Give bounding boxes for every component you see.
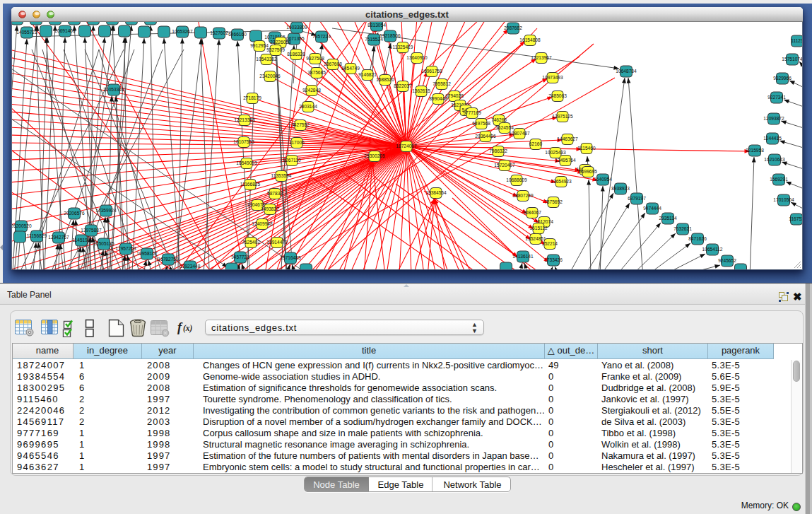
svg-text:2803144: 2803144 — [299, 104, 317, 109]
svg-text:12975125: 12975125 — [552, 114, 573, 119]
svg-text:1493822: 1493822 — [261, 206, 279, 211]
svg-text:1569291: 1569291 — [770, 177, 788, 182]
svg-text:10654112: 10654112 — [702, 247, 723, 252]
svg-text:11156829: 11156829 — [27, 233, 47, 238]
svg-text:9115460: 9115460 — [577, 146, 596, 151]
svg-text:16782759: 16782759 — [158, 257, 179, 262]
svg-text:11325419: 11325419 — [393, 45, 413, 49]
svg-text:252214: 252214 — [542, 241, 558, 246]
svg-text:14136141: 14136141 — [512, 254, 534, 259]
svg-text:117006: 117006 — [289, 140, 305, 145]
svg-text:19384554: 19384554 — [425, 190, 447, 195]
svg-text:9327508: 9327508 — [306, 56, 324, 61]
svg-text:9427552: 9427552 — [291, 122, 310, 127]
svg-text:1362615: 1362615 — [412, 88, 430, 93]
svg-text:6379197: 6379197 — [628, 196, 646, 201]
svg-text:2087682: 2087682 — [504, 25, 522, 30]
svg-text:1527602: 1527602 — [210, 30, 228, 35]
svg-text:8186328: 8186328 — [287, 52, 305, 57]
svg-text:1588520: 1588520 — [376, 77, 394, 82]
svg-text:3875685: 3875685 — [307, 70, 326, 75]
svg-text:10653267: 10653267 — [172, 29, 193, 34]
svg-text:9777169: 9777169 — [463, 110, 481, 115]
svg-text:9146821: 9146821 — [358, 72, 377, 77]
svg-text:10648784: 10648784 — [616, 69, 637, 74]
svg-text:(x): (x) — [183, 324, 193, 333]
svg-text:16154808: 16154808 — [519, 37, 541, 42]
svg-text:7485063: 7485063 — [548, 93, 567, 98]
svg-text:20691406: 20691406 — [54, 28, 76, 33]
svg-text:14463627: 14463627 — [557, 136, 578, 141]
svg-text:10025433: 10025433 — [545, 150, 566, 155]
svg-text:62160: 62160 — [529, 141, 543, 146]
svg-text:23420046: 23420046 — [259, 74, 281, 78]
svg-text:11923448: 11923448 — [180, 264, 201, 269]
svg-text:746266: 746266 — [491, 117, 507, 122]
svg-text:8322037: 8322037 — [394, 83, 412, 88]
svg-text:8215958: 8215958 — [746, 148, 764, 153]
svg-text:1615112: 1615112 — [529, 226, 548, 230]
svg-text:12409948: 12409948 — [252, 221, 273, 226]
svg-text:12213383: 12213383 — [234, 117, 255, 122]
svg-text:10107553: 10107553 — [233, 139, 254, 144]
svg-text:8813054: 8813054 — [367, 23, 386, 28]
svg-text:18724007: 18724007 — [396, 144, 417, 148]
svg-text:587832: 587832 — [267, 191, 283, 196]
svg-text:20206576: 20206576 — [64, 211, 85, 216]
svg-text:16961758: 16961758 — [421, 69, 442, 74]
svg-text:6497568: 6497568 — [472, 121, 490, 126]
svg-text:8471626: 8471626 — [688, 236, 707, 241]
svg-text:1733426: 1733426 — [544, 257, 563, 262]
svg-text:3624554: 3624554 — [495, 125, 514, 130]
svg-text:9457721: 9457721 — [231, 255, 249, 259]
svg-text:9474444: 9474444 — [643, 206, 661, 211]
svg-text:1640954: 1640954 — [594, 177, 612, 182]
svg-text:12213967: 12213967 — [531, 55, 552, 60]
svg-text:20053346: 20053346 — [103, 87, 124, 92]
svg-text:10543382: 10543382 — [256, 57, 277, 62]
svg-text:23226058: 23226058 — [270, 40, 291, 45]
svg-text:7357224: 7357224 — [312, 34, 331, 39]
svg-text:9242848: 9242848 — [302, 88, 321, 93]
svg-text:8267110: 8267110 — [283, 158, 301, 163]
svg-text:10688609: 10688609 — [506, 177, 527, 182]
svg-text:9327509: 9327509 — [266, 47, 285, 52]
svg-text:7986322: 7986322 — [489, 148, 507, 153]
svg-text:10807487: 10807487 — [509, 131, 530, 136]
svg-text:10973493: 10973493 — [542, 75, 563, 80]
svg-text:6794028: 6794028 — [445, 93, 464, 98]
svg-text:18807249: 18807249 — [512, 193, 534, 198]
svg-text:1244415: 1244415 — [763, 136, 782, 141]
svg-text:16033809: 16033809 — [286, 25, 307, 30]
svg-text:9245652: 9245652 — [718, 258, 736, 263]
svg-text:11123: 11123 — [791, 38, 802, 43]
svg-text:20364436: 20364436 — [475, 134, 496, 139]
svg-text:7632621: 7632621 — [673, 226, 692, 231]
svg-text:116753: 116753 — [789, 216, 802, 221]
svg-text:2935114: 2935114 — [659, 216, 677, 221]
svg-text:13524851: 13524851 — [525, 236, 546, 241]
svg-text:19218506: 19218506 — [379, 33, 401, 38]
svg-text:12942757: 12942757 — [48, 235, 69, 240]
svg-text:11353594: 11353594 — [271, 173, 292, 178]
svg-text:14055721: 14055721 — [16, 30, 37, 35]
svg-text:7875692: 7875692 — [544, 199, 563, 204]
svg-text:16210643: 16210643 — [764, 157, 785, 162]
svg-text:16914479: 16914479 — [266, 240, 288, 245]
svg-text:11166825: 11166825 — [240, 182, 261, 187]
svg-text:13495764: 13495764 — [555, 158, 576, 163]
svg-text:6466160: 6466160 — [228, 32, 247, 37]
svg-text:8454749: 8454749 — [341, 66, 360, 71]
svg-text:9329966: 9329966 — [773, 76, 792, 81]
svg-text:1145194: 1145194 — [72, 238, 90, 243]
svg-text:f: f — [177, 320, 183, 334]
svg-text:9699695: 9699695 — [579, 169, 597, 174]
svg-text:15751074: 15751074 — [782, 57, 802, 62]
svg-text:9084067: 9084067 — [523, 210, 541, 215]
svg-text:12093872: 12093872 — [763, 116, 784, 121]
svg-text:16549093: 16549093 — [236, 160, 257, 165]
svg-text:8938923: 8938923 — [611, 186, 630, 191]
svg-text:13654923: 13654923 — [551, 179, 572, 184]
svg-text:26200520: 26200520 — [12, 223, 32, 228]
svg-text:15716485: 15716485 — [280, 255, 301, 260]
